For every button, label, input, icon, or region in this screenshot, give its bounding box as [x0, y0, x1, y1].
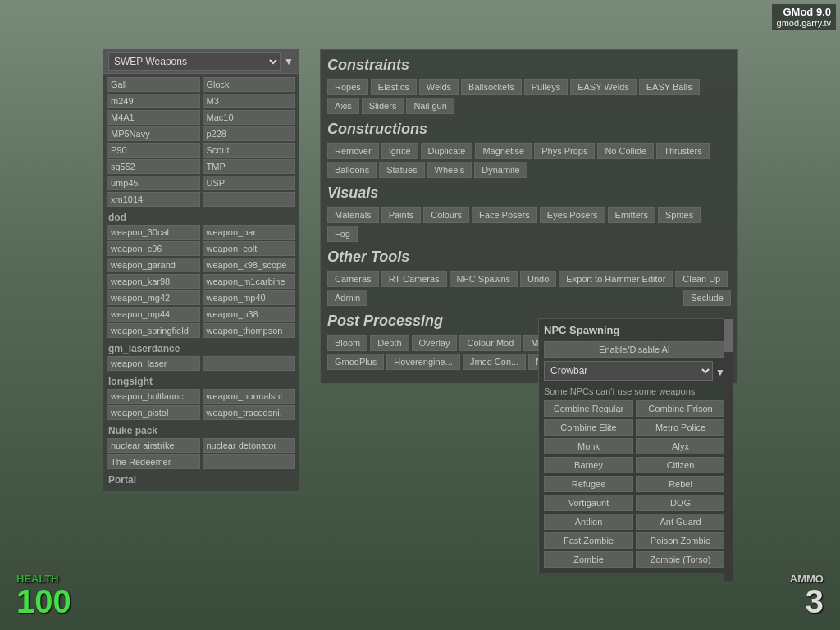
npc-weapon-dropdown[interactable]: Crowbar: [544, 361, 713, 381]
weapon-button[interactable]: TMP: [203, 159, 296, 174]
npc-button-fast-zombie[interactable]: Fast Zombie: [544, 532, 633, 549]
tool-button-overlay[interactable]: Overlay: [412, 335, 458, 351]
weapon-button[interactable]: weapon_kar98: [107, 274, 200, 289]
tool-button-ignite[interactable]: Ignite: [381, 143, 418, 159]
tool-button-colour-mod[interactable]: Colour Mod: [459, 335, 521, 351]
tool-button-easy-balls[interactable]: EASY Balls: [639, 79, 700, 95]
tool-button-bloom[interactable]: Bloom: [327, 335, 368, 351]
weapon-button[interactable]: weapon_laser: [107, 356, 200, 371]
weapon-button[interactable]: m249: [107, 94, 200, 108]
weapon-button[interactable]: M3: [203, 94, 296, 108]
weapon-button[interactable]: weapon_mp44: [107, 307, 200, 322]
weapon-button[interactable]: weapon_c96: [107, 241, 200, 256]
tool-button-no-collide[interactable]: No Collide: [597, 143, 654, 159]
weapon-button[interactable]: p228: [203, 126, 296, 141]
tool-button-emitters[interactable]: Emitters: [608, 207, 655, 223]
tool-button-duplicate[interactable]: Duplicate: [421, 143, 473, 159]
npc-button-rebel[interactable]: Rebel: [636, 476, 725, 492]
tool-button-cameras[interactable]: Cameras: [327, 271, 379, 287]
npc-button-monk[interactable]: Monk: [544, 438, 633, 454]
tool-button-welds[interactable]: Welds: [419, 79, 459, 95]
tool-button-depth[interactable]: Depth: [370, 335, 409, 351]
tool-button-remover[interactable]: Remover: [327, 143, 379, 159]
weapon-button[interactable]: P90: [107, 143, 200, 158]
weapon-button[interactable]: weapon_pistol: [107, 405, 200, 420]
weapon-button[interactable]: MP5Navy: [107, 126, 200, 141]
tool-button-balloons[interactable]: Balloons: [327, 162, 377, 178]
tool-button-axis[interactable]: Axis: [327, 98, 359, 114]
weapon-button[interactable]: ump45: [107, 176, 200, 190]
npc-button-metro-police[interactable]: Metro Police: [636, 419, 725, 436]
npc-scrollbar-thumb[interactable]: [724, 319, 733, 352]
weapon-button[interactable]: weapon_bar: [203, 225, 296, 240]
weapon-button[interactable]: weapon_springfield: [107, 323, 200, 338]
weapon-button[interactable]: weapon_m1carbine: [203, 274, 296, 289]
weapon-button[interactable]: [203, 192, 296, 207]
tool-button-elastics[interactable]: Elastics: [371, 79, 417, 95]
tool-button-colours[interactable]: Colours: [423, 207, 469, 223]
npc-button-combine-regular[interactable]: Combine Regular: [544, 400, 633, 417]
npc-button-dog[interactable]: DOG: [636, 495, 725, 511]
tool-button-admin[interactable]: Admin: [327, 290, 368, 306]
weapon-button[interactable]: weapon_k98_scope: [203, 258, 296, 272]
npc-button-refugee[interactable]: Refugee: [544, 476, 633, 492]
tool-button-export-to-hammer-editor[interactable]: Export to Hammer Editor: [559, 271, 673, 287]
npc-button-vortigaunt[interactable]: Vortigaunt: [544, 495, 633, 511]
tool-button-ballsockets[interactable]: Ballsockets: [461, 79, 522, 95]
tool-button-face-posers[interactable]: Face Posers: [472, 207, 537, 223]
weapon-button[interactable]: Scout: [203, 143, 296, 158]
weapon-list-scroll[interactable]: GallGlockm249M3M4A1Mac10MP5Navyp228P90Sc…: [103, 74, 299, 491]
weapon-button[interactable]: weapon_tracedsni.: [203, 405, 296, 420]
tool-button-nail-gun[interactable]: Nail gun: [406, 98, 454, 114]
weapon-button[interactable]: weapon_mp40: [203, 290, 296, 305]
weapon-category-dropdown[interactable]: SWEP Weapons: [108, 52, 281, 71]
npc-button-poison-zombie[interactable]: Poison Zombie: [636, 532, 725, 549]
weapon-button[interactable]: weapon_normalsni.: [203, 389, 296, 404]
weapon-button[interactable]: weapon_boltlaunc.: [107, 389, 200, 404]
tool-button-wheels[interactable]: Wheels: [427, 162, 472, 178]
weapon-button[interactable]: xm1014: [107, 192, 200, 207]
dropdown-arrow-icon[interactable]: ▼: [284, 56, 294, 67]
weapon-button[interactable]: [203, 356, 296, 371]
tool-button-materials[interactable]: Materials: [327, 207, 379, 223]
weapon-button[interactable]: nuclear airstrike: [107, 438, 200, 453]
npc-button-barney[interactable]: Barney: [544, 457, 633, 473]
tool-button-easy-welds[interactable]: EASY Welds: [570, 79, 637, 95]
npc-button-combine-elite[interactable]: Combine Elite: [544, 419, 633, 436]
npc-button-zombie[interactable]: Zombie: [544, 551, 633, 568]
tool-button-fog[interactable]: Fog: [327, 226, 358, 242]
npc-button-antlion[interactable]: Antlion: [544, 514, 633, 530]
npc-button-combine-prison[interactable]: Combine Prison: [636, 400, 725, 417]
tool-button-thrusters[interactable]: Thrusters: [656, 143, 709, 159]
weapon-button[interactable]: weapon_garand: [107, 258, 200, 272]
tool-button-jmod-con[interactable]: Jmod Con...: [463, 354, 526, 370]
tool-button-statues[interactable]: Statues: [379, 162, 424, 178]
tool-button-sliders[interactable]: Sliders: [362, 98, 404, 114]
weapon-button[interactable]: weapon_colt: [203, 241, 296, 256]
weapon-button[interactable]: USP: [203, 176, 296, 190]
tool-button-paints[interactable]: Paints: [381, 207, 422, 223]
tool-button-magnetise[interactable]: Magnetise: [475, 143, 532, 159]
weapon-button[interactable]: Gall: [107, 77, 200, 92]
weapon-button[interactable]: Glock: [203, 77, 296, 92]
npc-button-ant-guard[interactable]: Ant Guard: [636, 514, 725, 530]
weapon-button[interactable]: [203, 454, 296, 469]
npc-button-citizen[interactable]: Citizen: [636, 457, 725, 473]
tool-button-dynamite[interactable]: Dynamite: [474, 162, 527, 178]
weapon-button[interactable]: sg552: [107, 159, 200, 174]
tool-button-npc-spawns[interactable]: NPC Spawns: [450, 271, 518, 287]
tool-button-seclude[interactable]: Seclude: [683, 290, 731, 306]
weapon-button[interactable]: The Redeemer: [107, 454, 200, 469]
tool-button-eyes-posers[interactable]: Eyes Posers: [540, 207, 605, 223]
tool-button-sprites[interactable]: Sprites: [658, 207, 701, 223]
weapon-button[interactable]: weapon_mg42: [107, 290, 200, 305]
tool-button-hoverengine[interactable]: Hoverengine...: [386, 354, 460, 370]
weapon-button[interactable]: Mac10: [203, 110, 296, 125]
weapon-button[interactable]: weapon_thompson: [203, 323, 296, 338]
tool-button-phys-props[interactable]: Phys Props: [534, 143, 595, 159]
tool-button-rt-cameras[interactable]: RT Cameras: [381, 271, 447, 287]
weapon-button[interactable]: weapon_30cal: [107, 225, 200, 240]
tool-button-clean-up[interactable]: Clean Up: [675, 271, 728, 287]
enable-disable-ai-button[interactable]: Enable/Disable AI: [544, 341, 725, 358]
tool-button-gmodplus[interactable]: GmodPlus: [327, 354, 384, 370]
